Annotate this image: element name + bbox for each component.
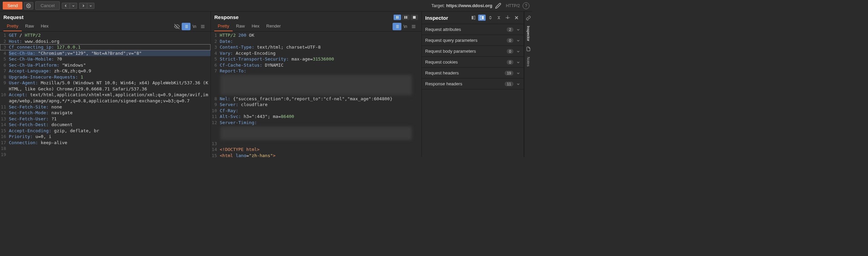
line-number: 7 [211,68,220,74]
code-line[interactable]: 7Accept-Language: zh-CN,zh;q=0.9 [0,68,211,74]
tab-raw[interactable]: Raw [22,21,37,31]
target-label: Target: https://www.ddosi.org [431,3,492,8]
code-content [9,146,211,152]
history-forward-button[interactable] [79,3,87,9]
code-line[interactable]: 3Content-Type: text/html; charset=UTF-8 [211,44,421,50]
history-back-menu[interactable] [70,3,77,9]
response-newline-button[interactable]: \n [401,22,409,30]
code-line[interactable]: 13 [211,141,421,147]
inspector-section[interactable]: Request cookies0 [422,57,524,68]
code-line[interactable]: 18 [0,146,211,152]
code-line[interactable]: 14<!DOCTYPE html> [211,147,421,153]
help-button[interactable]: ? [523,2,529,9]
line-number: 12 [0,110,9,116]
format-button[interactable] [182,23,191,30]
layout-icon [480,16,484,20]
tab-hex[interactable]: Hex [248,21,263,31]
newline-button[interactable]: \n [191,22,198,30]
code-content: Cf_connecting_ip: 127.0.0.1 [9,44,211,50]
svg-rect-13 [404,16,405,19]
send-button[interactable]: Send [3,2,22,10]
code-line[interactable]: 9User-Agent: Mozilla/5.0 (Windows NT 10.… [0,80,211,92]
line-number: 3 [0,44,9,50]
tab-render[interactable]: Render [263,21,284,31]
side-tab-inspector[interactable]: Inspector [526,22,531,45]
tab-hex[interactable]: Hex [37,21,52,31]
response-editor[interactable]: 1HTTP/2 200 OK2Date:3Content-Type: text/… [211,32,421,157]
inspector-settings[interactable] [504,14,512,21]
code-line[interactable]: 19 [0,152,211,157]
code-line[interactable]: 7Report-To: [211,68,421,74]
code-line[interactable]: 2Date: [211,38,421,45]
code-line[interactable]: 3Cf_connecting_ip: 127.0.0.1 [0,44,211,50]
side-notes-icon[interactable] [525,45,531,53]
inspector-section[interactable]: Request body parameters0 [422,46,524,57]
code-line[interactable]: 14Sec-Fetch-Dest: document [0,122,211,128]
gear-icon [26,3,31,8]
cancel-button[interactable]: Cancel [35,1,60,10]
code-line[interactable]: 4Vary: Accept-Encoding [211,50,421,56]
code-line[interactable]: 9Server: cloudflare [211,102,421,108]
hide-icon[interactable] [172,22,182,31]
code-line[interactable]: 11Alt-Svc: h3=":443"; ma=86400 [211,114,421,120]
inspector-section[interactable]: Request attributes2 [422,24,524,35]
list-icon [395,24,399,29]
code-line[interactable]: 16Priority: u=0, i [0,134,211,140]
chevron-down-icon [72,4,75,7]
code-line[interactable]: 17Connection: keep-alive [0,140,211,146]
request-editor[interactable]: 1GET / HTTP/22Host: www.ddosi.org3Cf_con… [0,32,211,157]
code-line[interactable]: 15<html lang="zh-hans"> [211,153,421,157]
pause-button[interactable] [394,15,401,20]
request-panel: Request PrettyRawHex \n 1GET / HTTP/22Ho… [0,12,211,157]
redacted-block [220,126,412,140]
code-line[interactable]: 10Accept: text/html,application/xhtml+xm… [0,92,211,104]
side-tab-notes[interactable]: Notes [526,53,531,70]
code-line[interactable]: 13Sec-Fetch-User: ?1 [0,116,211,122]
code-line[interactable]: 1GET / HTTP/2 [0,32,211,38]
layout-full-button[interactable] [411,15,418,20]
code-content: Strict-Transport-Security: max-age=31536… [220,56,421,62]
code-line[interactable]: 6Cf-Cache-Status: DYNAMIC [211,62,421,68]
code-line[interactable]: 6Sec-Ch-Ua-Platform: "Windows" [0,62,211,68]
inspector-view-2[interactable] [478,15,486,21]
tab-pretty[interactable]: Pretty [3,21,22,31]
inspector-expand[interactable] [487,15,494,21]
history-back-button[interactable] [62,3,70,9]
code-line[interactable]: 8Upgrade-Insecure-Requests: 1 [0,74,211,80]
inspector-view-1[interactable] [470,15,477,21]
side-link-icon[interactable] [525,14,531,22]
code-line[interactable]: 2Host: www.ddosi.org [0,38,211,45]
code-line[interactable]: 5Strict-Transport-Security: max-age=3153… [211,56,421,62]
inspector-section[interactable]: Request query parameters0 [422,35,524,46]
code-line[interactable]: 4Sec-Ch-Ua: "Chromium";v="129", "Not=A?B… [0,50,211,56]
code-line[interactable]: 12Sec-Fetch-Mode: navigate [0,110,211,116]
request-menu-button[interactable] [198,23,207,30]
send-dropdown-button[interactable] [24,2,33,10]
inspector-collapse[interactable] [495,15,503,21]
tab-pretty[interactable]: Pretty [214,21,233,31]
inspector-section[interactable]: Request headers19 [422,68,524,79]
line-number: 4 [211,50,220,56]
count-badge: 0 [507,49,513,54]
code-line[interactable]: 5Sec-Ch-Ua-Mobile: ?0 [0,56,211,62]
code-line[interactable]: 15Accept-Encoding: gzip, deflate, br [0,128,211,134]
layout-split-button[interactable] [402,15,410,20]
code-line[interactable]: 1HTTP/2 200 OK [211,32,421,38]
code-content: Sec-Fetch-User: ?1 [9,116,211,122]
code-line[interactable]: 10Cf-Ray: [211,108,421,114]
code-content: GET / HTTP/2 [9,32,211,38]
response-menu-button[interactable] [409,23,418,30]
count-badge: 2 [507,27,513,32]
count-badge: 0 [507,38,513,43]
code-content: Accept-Encoding: gzip, deflate, br [9,128,211,134]
tab-raw[interactable]: Raw [233,21,248,31]
inspector-close[interactable] [513,15,520,21]
code-line[interactable]: 11Sec-Fetch-Site: none [0,104,211,110]
inspector-section[interactable]: Response headers11 [422,79,524,89]
response-format-button[interactable] [393,23,401,30]
code-line[interactable]: 12Server-Timing: [211,120,421,126]
edit-target-button[interactable] [495,3,501,9]
history-forward-menu[interactable] [87,3,94,9]
line-number: 9 [211,102,220,108]
code-line[interactable]: 8Nel: {"success_fraction":0,"report_to":… [211,96,421,102]
